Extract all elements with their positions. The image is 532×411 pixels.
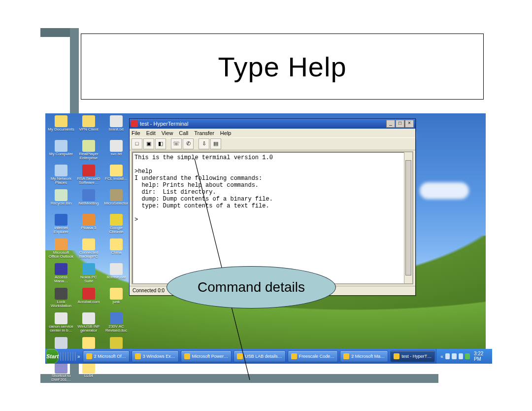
desktop-icon[interactable]: Connected BackupPC <box>75 239 102 263</box>
screenshot-area: My DocumentsVPN Clienttminit.txtMy Compu… <box>45 113 486 364</box>
toolbar-new-button[interactable]: □ <box>132 138 142 149</box>
desktop-icon[interactable]: Microsoft Office Outlook <box>47 239 75 263</box>
desktop-icon[interactable]: WinUSB INF generator <box>75 312 102 337</box>
taskbar-item[interactable]: USB LAB details… <box>233 350 286 362</box>
quicklaunch-item[interactable] <box>70 352 71 361</box>
desktop-icon[interactable]: FCL Install… <box>102 165 130 189</box>
quicklaunch-item[interactable] <box>67 352 68 361</box>
minimize-button[interactable]: _ <box>386 120 395 128</box>
callout-bubble: Command details <box>166 266 336 308</box>
taskbar-item[interactable]: 2 Microsoft Ma… <box>340 350 388 362</box>
desktop-icon[interactable]: China <box>102 239 130 263</box>
presentation-slide: Type Help My DocumentsVPN Clienttminit.t… <box>0 0 532 411</box>
taskbar-item[interactable]: Freescale Code… <box>288 350 338 362</box>
tray-icon[interactable] <box>452 353 457 359</box>
terminal-scrollbar[interactable] <box>404 152 412 283</box>
toolbar-open-button[interactable]: ▣ <box>143 138 154 149</box>
maximize-button[interactable]: □ <box>396 120 404 128</box>
desktop-icon[interactable]: Lock Workstation <box>47 288 75 312</box>
slide-accent-top <box>40 28 70 37</box>
menu-transfer[interactable]: Transfer <box>194 130 214 136</box>
menu-bar: FileEditViewCallTransferHelp <box>130 129 415 137</box>
window-title: test - HyperTerminal <box>140 121 188 127</box>
desktop-icon[interactable]: 230V AC Revised.doc <box>102 312 130 337</box>
toolbar-send-button[interactable]: ⇩ <box>199 138 209 149</box>
desktop-icon[interactable]: canon service center in b… <box>47 312 75 337</box>
desktop-icon[interactable]: Google Chrome <box>102 214 130 239</box>
desktop-icon[interactable]: Picasa 3 <box>75 214 102 239</box>
terminal-output[interactable]: This is the simple terminal version 1.0 … <box>134 154 402 281</box>
app-icon <box>131 120 138 127</box>
toolbar-call-button[interactable]: ☏ <box>171 138 182 149</box>
toolbar: □ ▣ ◧ ☏ ✆ ⇩ ▤ <box>130 137 415 150</box>
start-button[interactable]: Start <box>46 349 59 364</box>
window-titlebar[interactable]: test - HyperTerminal _ □ × <box>130 119 415 129</box>
slide-title: Type Help <box>218 51 346 83</box>
desktop-icon[interactable]: tminit.txt <box>102 115 130 140</box>
desktop-icon[interactable]: MicroSelector <box>102 189 130 214</box>
clock[interactable]: 3:22 PM <box>474 351 488 362</box>
status-text: Connected 0:0 <box>133 288 165 293</box>
quicklaunch-item[interactable] <box>63 352 64 361</box>
desktop-icon[interactable]: Access Mana… <box>47 263 75 288</box>
toolbar-hangup-button[interactable]: ✆ <box>183 138 194 149</box>
desktop-icon[interactable]: RealPlayer Enterprise <box>75 140 102 165</box>
system-tray[interactable]: « 3:22 PM <box>436 349 492 364</box>
desktop-icon[interactable]: Recycle Bin <box>47 189 75 214</box>
desktop-icon[interactable]: license.dat <box>102 263 130 288</box>
menu-file[interactable]: File <box>132 130 140 136</box>
desktop-icon[interactable]: Shortcut to DWF201… <box>47 362 75 386</box>
taskbar-item[interactable]: Microsoft Power… <box>181 350 232 362</box>
close-button[interactable]: × <box>405 120 414 128</box>
quicklaunch-item[interactable] <box>65 352 66 361</box>
menu-call[interactable]: Call <box>179 130 188 136</box>
tray-icon[interactable] <box>445 353 450 359</box>
taskbar-item[interactable]: 3 Windows Ex… <box>132 350 179 362</box>
toolbar-properties-button[interactable]: ▤ <box>210 138 221 149</box>
desktop-icon[interactable]: VPN Client <box>75 115 102 140</box>
desktop-icon[interactable]: Acrobat.com <box>75 288 102 312</box>
taskbar-item[interactable]: 2 Microsoft Of… <box>83 350 130 362</box>
desktop-icon[interactable]: NetMeeting <box>75 189 102 214</box>
desktop-icon[interactable]: My Computer <box>47 140 75 165</box>
taskbar: Start » 2 Microsoft Of…3 Windows Ex…Micr… <box>45 349 486 364</box>
desktop-icon[interactable]: svc.txt <box>102 140 130 165</box>
taskbar-item[interactable]: test - HyperT… <box>390 350 435 362</box>
cloud-icon <box>420 182 469 199</box>
quicklaunch-item[interactable] <box>72 352 73 361</box>
quicklaunch-item[interactable] <box>60 352 61 361</box>
desktop-icons-area: My DocumentsVPN Clienttminit.txtMy Compu… <box>47 115 131 386</box>
slide-title-box: Type Help <box>81 34 484 100</box>
desktop-icon[interactable]: junk <box>102 288 130 312</box>
terminal-frame: This is the simple terminal version 1.0 … <box>132 151 413 284</box>
tray-icon[interactable] <box>459 353 464 359</box>
desktop-icon[interactable]: My Network Places <box>47 165 75 189</box>
desktop-icon[interactable]: Internet Explorer <box>47 214 75 239</box>
toolbar-save-button[interactable]: ◧ <box>155 138 166 149</box>
tray-icon[interactable] <box>465 353 470 359</box>
menu-view[interactable]: View <box>162 130 173 136</box>
window-controls: _ □ × <box>386 120 414 128</box>
menu-help[interactable]: Help <box>220 130 232 136</box>
callout-text: Command details <box>198 279 305 295</box>
quicklaunch-item[interactable] <box>75 352 76 361</box>
taskbar-items: 2 Microsoft Of…3 Windows Ex…Microsoft Po… <box>82 350 436 362</box>
menu-edit[interactable]: Edit <box>146 130 156 136</box>
desktop-icon[interactable]: My Documents <box>47 115 75 140</box>
desktop-icon[interactable]: Nokia PC Suite <box>75 263 102 288</box>
desktop-icon[interactable]: RSA SecurID Software… <box>75 165 102 189</box>
desktop-icon[interactable]: LL64 <box>75 362 102 386</box>
